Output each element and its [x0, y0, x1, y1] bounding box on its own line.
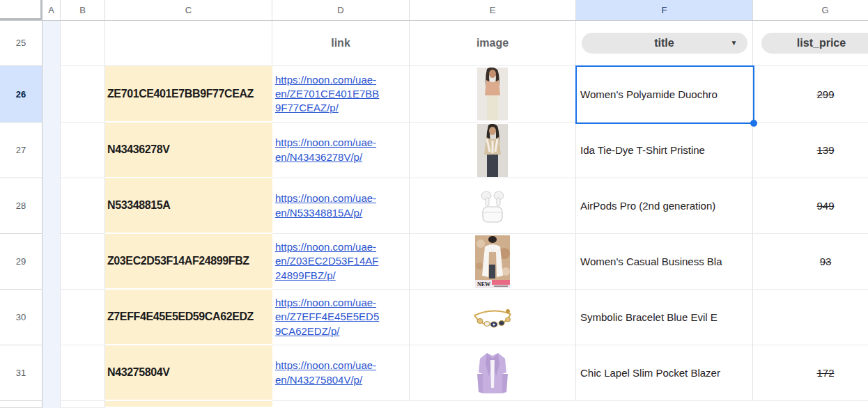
- image-cell[interactable]: [410, 345, 576, 401]
- product-link[interactable]: https://noon.com/uae-en/N43436278V/p/: [275, 136, 380, 164]
- image-cell[interactable]: [410, 123, 576, 178]
- list-price-cell[interactable]: 949: [753, 178, 868, 234]
- row-header-30[interactable]: 30: [0, 290, 42, 345]
- list-price-header-label: list_price: [797, 37, 846, 49]
- column-header-c[interactable]: C: [105, 0, 272, 20]
- column-header-f-selected[interactable]: F: [576, 0, 753, 20]
- strikethrough-price: 172: [816, 367, 834, 379]
- fill-handle[interactable]: [750, 120, 757, 127]
- sku-cell[interactable]: Z7EFF4E45E5ED59CA62EDZ: [105, 290, 272, 345]
- strikethrough-price: 139: [816, 144, 834, 156]
- title-cell[interactable]: Women's Polyamide Duochro: [576, 66, 753, 123]
- title-cell[interactable]: Ida Tie-Dye T-Shirt Pristine: [576, 123, 753, 178]
- cell-a30[interactable]: [42, 290, 61, 345]
- model-tie-dye-shirt-photo-icon: [477, 124, 508, 177]
- row-header-28[interactable]: 28: [0, 178, 42, 234]
- sku-cell[interactable]: N43436278V: [105, 123, 272, 178]
- select-all-corner[interactable]: [0, 0, 42, 20]
- gold-bracelet-photo-icon: [470, 306, 515, 329]
- list-price-cell[interactable]: 93: [753, 234, 868, 290]
- table-row-27: 27 N43436278V https://noon.com/uae-en/N4…: [0, 123, 868, 178]
- title-header-chip[interactable]: title ▼: [582, 33, 747, 54]
- cell-a32[interactable]: [42, 401, 61, 408]
- list-price-header-chip[interactable]: list_price: [761, 33, 868, 54]
- sku-cell[interactable]: N43275804V: [105, 345, 272, 401]
- image-cell[interactable]: NEW: [410, 234, 576, 290]
- title-cell[interactable]: Symbolic Bracelet Blue Evil E: [576, 290, 753, 345]
- cell-b25[interactable]: [61, 20, 105, 66]
- list-price-cell[interactable]: 172: [753, 345, 868, 401]
- table-row-31: 31 N43275804V https://noon.com/uae-en/N4…: [0, 345, 868, 401]
- row-header-25[interactable]: 25: [0, 20, 42, 66]
- title-cell[interactable]: Chic Lapel Slim Pocket Blazer: [576, 345, 753, 401]
- spreadsheet-grid: A B C D E F G 25 link image title ▼ list…: [0, 0, 868, 408]
- title-cell[interactable]: Women's Casual Business Bla: [576, 234, 753, 290]
- strikethrough-price: 299: [816, 88, 834, 100]
- strikethrough-price: 949: [816, 200, 834, 212]
- product-link[interactable]: https://noon.com/uae-en/N43275804V/p/: [275, 359, 380, 387]
- table-row-29: 29 Z03EC2D53F14AF24899FBZ https://noon.c…: [0, 234, 868, 290]
- link-column-label[interactable]: link: [272, 20, 410, 66]
- title-header-label: title: [654, 37, 674, 49]
- cell-a31[interactable]: [42, 345, 61, 401]
- white-blazer-new-photo-icon: NEW: [475, 235, 510, 288]
- cell-b32[interactable]: [61, 401, 105, 408]
- list-price-cell[interactable]: 299: [753, 66, 868, 123]
- product-link[interactable]: https://noon.com/uae-en/Z7EFF4E45E5ED59C…: [275, 296, 380, 338]
- product-link[interactable]: https://noon.com/uae-en/Z03EC2D53F14AF24…: [275, 240, 380, 283]
- column-header-b[interactable]: B: [61, 0, 105, 20]
- product-link[interactable]: https://noon.com/uae-en/N53348815A/p/: [275, 191, 380, 220]
- sku-cell[interactable]: Z03EC2D53F14AF24899FBZ: [105, 234, 272, 290]
- airpods-pro-photo-icon: [476, 187, 509, 225]
- column-header-a[interactable]: A: [42, 0, 61, 20]
- table-row-30: 30 Z7EFF4E45E5ED59CA62EDZ https://noon.c…: [0, 290, 868, 345]
- column-header-d[interactable]: D: [272, 0, 410, 20]
- link-cell: https://noon.com/uae-en/N43275804V/p/: [272, 345, 410, 401]
- chevron-down-icon[interactable]: ▼: [731, 39, 738, 47]
- title-cell[interactable]: AirPods Pro (2nd generation): [576, 178, 753, 234]
- product-link[interactable]: https://noon.com/uae-en/ZE701CE401E7BB9F…: [275, 73, 380, 116]
- link-cell: https://noon.com/uae-en/N43436278V/p/: [272, 123, 410, 178]
- image-cell[interactable]: [410, 66, 576, 123]
- sku-cell[interactable]: [105, 401, 272, 408]
- link-cell: https://noon.com/uae-en/N53348815A/p/: [272, 178, 410, 234]
- cell-a28[interactable]: [42, 178, 61, 234]
- table-row-28: 28 N53348815A https://noon.com/uae-en/N5…: [0, 178, 868, 234]
- row-header-27[interactable]: 27: [0, 123, 42, 178]
- sku-cell[interactable]: N53348815A: [105, 178, 272, 234]
- image-cell[interactable]: [410, 178, 576, 234]
- cell-b29[interactable]: [61, 234, 105, 290]
- table-row-32-partial: [0, 401, 868, 408]
- link-cell: https://noon.com/uae-en/Z03EC2D53F14AF24…: [272, 234, 410, 290]
- link-cell: https://noon.com/uae-en/ZE701CE401E7BB9F…: [272, 66, 410, 123]
- table-row-26: 26 ZE701CE401E7BB9F77CEAZ https://noon.c…: [0, 66, 868, 123]
- column-header-row: A B C D E F G: [0, 0, 868, 21]
- row-header-32[interactable]: [0, 401, 42, 408]
- column-header-e[interactable]: E: [410, 0, 576, 20]
- image-cell[interactable]: [410, 290, 576, 345]
- list-price-column-label-cell[interactable]: list_price: [753, 20, 868, 66]
- list-price-cell[interactable]: 139: [753, 123, 868, 178]
- row-header-29[interactable]: 29: [0, 234, 42, 290]
- column-header-g[interactable]: G: [753, 0, 868, 20]
- cell-a26[interactable]: [42, 66, 61, 123]
- cell-b26[interactable]: [61, 66, 105, 123]
- row-header-31[interactable]: 31: [0, 345, 42, 401]
- cell-a29[interactable]: [42, 234, 61, 290]
- cell-b30[interactable]: [61, 290, 105, 345]
- cell-c25[interactable]: [105, 20, 272, 66]
- cell-b27[interactable]: [61, 123, 105, 178]
- cell-b31[interactable]: [61, 345, 105, 401]
- lavender-blazer-photo-icon: [476, 349, 509, 398]
- link-cell: https://noon.com/uae-en/Z7EFF4E45E5ED59C…: [272, 290, 410, 345]
- sku-cell[interactable]: ZE701CE401E7BB9F77CEAZ: [105, 66, 272, 123]
- title-column-label-cell[interactable]: title ▼: [576, 20, 753, 66]
- row-header-26-selected[interactable]: 26: [0, 66, 42, 123]
- image-column-label[interactable]: image: [410, 20, 576, 66]
- cell-b28[interactable]: [61, 178, 105, 234]
- list-price-cell[interactable]: [753, 290, 868, 345]
- model-peach-top-photo-icon: [477, 68, 508, 120]
- strikethrough-price: 93: [820, 256, 832, 267]
- cell-a25[interactable]: [42, 20, 61, 66]
- cell-a27[interactable]: [42, 123, 61, 178]
